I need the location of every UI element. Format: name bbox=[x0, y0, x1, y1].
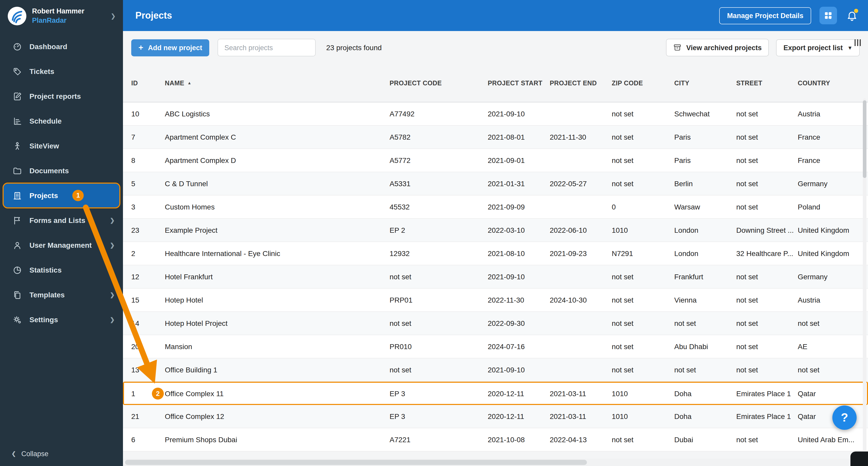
table-row[interactable]: 10ABC LogisticsA774922021-09-10not setSc… bbox=[123, 103, 868, 126]
cell-id: 21 bbox=[131, 412, 165, 420]
annotation-step-1-badge: 1 bbox=[72, 190, 84, 201]
cell-end: 2022-04-13 bbox=[550, 436, 612, 444]
sidebar-item-label: Templates bbox=[29, 291, 65, 299]
column-header-id[interactable]: ID bbox=[131, 79, 165, 87]
sidebar-item-label: Schedule bbox=[29, 117, 62, 125]
cell-country: Austria bbox=[798, 110, 864, 118]
top-header: Projects Manage Project Details bbox=[123, 0, 868, 31]
cell-id: 5 bbox=[131, 179, 165, 188]
sidebar-item-tickets[interactable]: Tickets bbox=[0, 59, 123, 83]
table-row[interactable]: 21Office Complex 12EP 32020-12-112021-03… bbox=[123, 405, 868, 428]
users-icon bbox=[12, 240, 22, 250]
cell-street: Downing Street ... bbox=[736, 226, 798, 234]
sidebar-item-statistics[interactable]: Statistics bbox=[0, 258, 123, 282]
sidebar-item-forms-and-lists[interactable]: Forms and Lists ❯ bbox=[0, 208, 123, 232]
collapse-button[interactable]: ❮ Collapse bbox=[0, 442, 123, 466]
cell-country: United Kingdom bbox=[798, 249, 864, 258]
view-archived-label: View archived projects bbox=[686, 44, 762, 52]
table-row[interactable]: 6Premium Shops DubaiA72212021-10-082022-… bbox=[123, 428, 868, 452]
cell-code: PRP01 bbox=[390, 296, 488, 304]
sidebar-item-user-management[interactable]: User Management ❯ bbox=[0, 233, 123, 257]
cell-zip: 0 bbox=[612, 203, 674, 211]
cell-end: 2021-09-23 bbox=[550, 249, 612, 258]
cell-code: PR010 bbox=[390, 342, 488, 351]
cell-street: not set bbox=[736, 133, 798, 141]
column-header-street[interactable]: STREET bbox=[736, 79, 798, 87]
cell-street: not set bbox=[736, 110, 798, 118]
column-header-city[interactable]: CITY bbox=[674, 79, 736, 87]
search-projects-input[interactable] bbox=[218, 39, 316, 56]
cell-end: 2022-06-10 bbox=[550, 226, 612, 234]
sidebar-item-label: Forms and Lists bbox=[29, 216, 85, 225]
column-header-start[interactable]: PROJECT START bbox=[488, 79, 550, 87]
table-row[interactable]: 2Healthcare International - Eye Clinic12… bbox=[123, 242, 868, 265]
statistics-icon bbox=[12, 265, 22, 275]
chevron-right-icon: ❯ bbox=[110, 217, 115, 224]
cell-start: 2021-10-08 bbox=[488, 436, 550, 444]
sidebar-item-project-reports[interactable]: Project reports bbox=[0, 84, 123, 108]
cell-name: Office Complex 11 bbox=[165, 389, 390, 398]
table-row[interactable]: 20MansionPR0102024-07-16not setAbu Dhabi… bbox=[123, 335, 868, 358]
vertical-scrollbar-thumb[interactable] bbox=[863, 100, 866, 178]
cell-start: 2024-07-16 bbox=[488, 342, 550, 351]
cell-id: 20 bbox=[131, 342, 165, 351]
table-row[interactable]: 23Example ProjectEP 22022-03-102022-06-1… bbox=[123, 219, 868, 242]
cell-name: ABC Logistics bbox=[165, 110, 390, 118]
apps-grid-icon bbox=[824, 11, 833, 20]
sidebar-item-projects[interactable]: Projects 1 bbox=[4, 184, 119, 207]
column-header-country[interactable]: COUNTRY bbox=[798, 79, 864, 87]
table-row[interactable]: 15Hotep HotelPRP012022-11-302024-10-30no… bbox=[123, 289, 868, 312]
column-header-end[interactable]: PROJECT END bbox=[550, 79, 612, 87]
table-row[interactable]: 1Office Complex 11EP 32020-12-112021-03-… bbox=[123, 382, 868, 405]
chevron-down-icon: ▼ bbox=[847, 45, 852, 51]
cell-street: not set bbox=[736, 366, 798, 374]
sidebar-item-siteview[interactable]: SiteView bbox=[0, 134, 123, 158]
table-row[interactable]: 5C & D TunnelA53312021-01-312022-05-27no… bbox=[123, 172, 868, 196]
page-title: Projects bbox=[135, 10, 172, 21]
view-archived-projects-button[interactable]: View archived projects bbox=[666, 39, 769, 56]
cell-start: 2022-11-30 bbox=[488, 296, 550, 304]
cell-code: A5772 bbox=[390, 156, 488, 165]
horizontal-scrollbar-thumb[interactable] bbox=[125, 460, 587, 465]
sidebar-nav: Dashboard Tickets Project reports Schedu… bbox=[0, 34, 123, 332]
forms-icon bbox=[12, 215, 22, 225]
help-button[interactable]: ? bbox=[832, 406, 857, 430]
results-count: 23 projects found bbox=[326, 43, 382, 52]
notifications-button[interactable] bbox=[845, 9, 859, 22]
cell-id: 6 bbox=[131, 436, 165, 444]
cell-id: 15 bbox=[131, 296, 165, 304]
column-header-name[interactable]: NAME▲ bbox=[165, 79, 390, 87]
account-switcher[interactable]: Robert Hammer PlanRadar ❯ bbox=[0, 0, 123, 31]
templates-icon bbox=[12, 290, 22, 300]
table-row[interactable]: 7Apartment Complex CA57822021-08-012021-… bbox=[123, 126, 868, 149]
column-header-code[interactable]: PROJECT CODE bbox=[390, 79, 488, 87]
projects-toolbar: + Add new project 23 projects found View… bbox=[123, 31, 868, 64]
export-project-list-button[interactable]: Export project list ▼ bbox=[776, 39, 860, 56]
cell-code: 12932 bbox=[390, 249, 488, 258]
add-new-project-button[interactable]: + Add new project bbox=[131, 39, 210, 56]
chevron-right-icon: ❯ bbox=[110, 291, 115, 298]
cell-end: 2021-03-11 bbox=[550, 412, 612, 420]
main-content: + Add new project 23 projects found View… bbox=[123, 31, 868, 466]
sidebar-item-schedule[interactable]: Schedule bbox=[0, 109, 123, 133]
sidebar-item-templates[interactable]: Templates ❯ bbox=[0, 283, 123, 307]
manage-project-details-button[interactable]: Manage Project Details bbox=[719, 7, 811, 24]
cell-street: Emirates Place 1 bbox=[736, 389, 798, 398]
table-row[interactable]: 13Office Building 1not set2021-09-10not … bbox=[123, 358, 868, 382]
sidebar-item-documents[interactable]: Documents bbox=[0, 159, 123, 182]
table-row[interactable]: 12Hotel Frankfurtnot set2021-09-10not se… bbox=[123, 265, 868, 289]
sidebar-item-dashboard[interactable]: Dashboard bbox=[0, 35, 123, 58]
cell-street: not set bbox=[736, 203, 798, 211]
cell-street: not set bbox=[736, 436, 798, 444]
column-header-zip[interactable]: ZIP CODE bbox=[612, 79, 674, 87]
cell-name: Custom Homes bbox=[165, 203, 390, 211]
cell-end: 2021-11-30 bbox=[550, 133, 612, 141]
sidebar-item-settings[interactable]: Settings ❯ bbox=[0, 308, 123, 331]
table-row[interactable]: 14Hotep Hotel Projectnot set2022-09-30no… bbox=[123, 312, 868, 335]
table-row[interactable]: 8Apartment Complex DA57722021-09-01not s… bbox=[123, 149, 868, 172]
apps-marketplace-button[interactable] bbox=[819, 7, 837, 24]
table-row[interactable]: 3Custom Homes455322021-09-090Warsawnot s… bbox=[123, 196, 868, 219]
cell-name: Mansion bbox=[165, 342, 390, 351]
cell-country: not set bbox=[798, 366, 864, 374]
column-settings-icon[interactable] bbox=[854, 39, 861, 46]
